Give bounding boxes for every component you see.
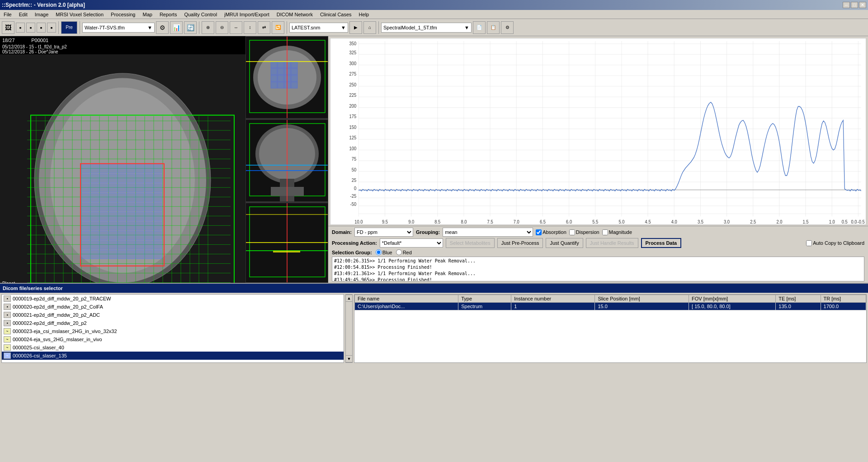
domain-label: Domain: [332,229,352,235]
toolbar-model-btn3[interactable]: ⚙ [501,21,514,34]
just-handle-results-button[interactable]: Just Handle Results [586,238,638,248]
list-item[interactable]: ▪ 0000020-ep2d_diff_mddw_20_p2_ColFA [2,303,344,311]
snm-dropdown[interactable]: LATEST.snm ▼ [289,23,348,33]
list-item[interactable]: ~ 0000023-eja_csi_mslaser_2HG_in_vivo_32… [2,327,344,335]
auto-copy-checkbox[interactable]: Auto Copy to Clipboard [806,240,864,246]
col-filename: File name [355,295,458,303]
toolbar-btn-5[interactable]: ▪ [47,23,56,33]
radio-blue-input[interactable] [376,249,382,255]
scroll-down-button[interactable]: ▼ [345,355,353,362]
auto-copy-check[interactable] [806,240,812,246]
menu-map[interactable]: Map [141,12,154,17]
svg-rect-115 [154,231,162,240]
list-item[interactable]: ▪ 0000019-ep2d_diff_mddw_20_p2_TRACEW [2,295,344,303]
axial-svg [246,37,328,119]
toolbar-btn-icon1[interactable]: ⚙ [156,21,169,34]
svg-rect-61 [154,174,162,183]
toolbar-sep-1 [58,21,59,34]
grouping-label: Grouping: [416,229,440,235]
file-icon-7: ~ [4,344,11,351]
absorption-check[interactable] [536,229,542,235]
sagittal-view[interactable] [245,119,328,202]
toolbar-btn-preproc[interactable]: Pre [61,21,77,34]
file-list[interactable]: ▪ 0000019-ep2d_diff_mddw_20_p2_TRACEW ▪ … [1,294,344,363]
minimize-button[interactable]: ─ [843,2,850,8]
absorption-checkbox[interactable]: Absorption [536,229,566,235]
filter-dropdown[interactable]: Water-7T-SVS.tfm ▼ [82,23,155,33]
menu-help[interactable]: Help [357,12,371,17]
toolbar-snm-btn1[interactable]: ▶ [349,21,362,34]
table-row[interactable]: C:\Users\johan\Doc... Spectrum 1 15.0 [ … [355,303,866,310]
toolbar-btn-1[interactable]: 🖼 [2,21,14,34]
toolbar-btn-icon8[interactable]: ⇄ [258,21,270,34]
scroll-up-button[interactable]: ▲ [345,295,353,302]
spectrum-chart[interactable]: 350 325 300 275 250 225 200 175 150 125 … [330,38,866,225]
menu-image[interactable]: Image [33,12,51,17]
log-line-1: #12:00:26.315>> 1/1 Performing Water Pea… [334,258,862,264]
toolbar-btn-icon5[interactable]: ⊖ [216,21,228,34]
menu-dicom[interactable]: DICOM Network [275,12,315,17]
list-item[interactable]: ~ 0000025-csi_slaser_40 [2,343,344,352]
toolbar-btn-4[interactable]: ▪ [37,23,46,33]
list-item-selected[interactable]: ~ 0000026-csi_slaser_135 [2,352,344,360]
toolbar-model-btn1[interactable]: 📄 [473,21,486,34]
toolbar-snm-btn2[interactable]: ⌂ [363,21,376,34]
svg-rect-58 [127,174,135,183]
toolbar-btn-icon7[interactable]: ↕ [244,21,256,34]
toolbar-btn-icon9[interactable]: 🔁 [272,21,284,34]
svg-rect-119 [108,241,117,249]
menu-quality[interactable]: Quality Control [182,12,219,17]
toolbar-model-btn2[interactable]: 📋 [487,21,500,34]
svg-rect-131 [136,250,144,259]
svg-text:250: 250 [349,82,357,87]
close-button[interactable]: ✕ [859,2,866,8]
svg-rect-62 [81,184,90,192]
file-name-7: 0000025-csi_slaser_40 [13,345,64,350]
toolbar: 🖼 ▪ ▪ ▪ ▪ Pre Water-7T-SVS.tfm ▼ ⚙ 📊 🔄 ⊕… [0,19,868,36]
list-item[interactable]: ~ 0000024-eja_svs_2HG_mslaser_in_vivo [2,335,344,343]
axial-view[interactable] [245,36,328,119]
menu-file[interactable]: File [2,12,14,17]
brain-main[interactable]: Planet [0,54,245,283]
menu-edit[interactable]: Edit [17,12,29,17]
select-metabolites-button[interactable]: Select Metabolites [446,238,495,248]
just-quantify-button[interactable]: Just Quantify [546,238,583,248]
list-item[interactable]: ▪ 0000021-ep2d_diff_mddw_20_p2_ADC [2,311,344,319]
process-data-button[interactable]: Process Data [641,238,682,248]
magnitude-checkbox[interactable]: Magnitude [602,229,632,235]
toolbar-btn-2[interactable]: ▪ [16,23,25,33]
just-preprocess-button[interactable]: Just Pre-Process [497,238,543,248]
list-scrollbar[interactable]: ▲ ▼ [345,294,353,363]
dispersion-checkbox[interactable]: Dispersion [569,229,599,235]
model-dropdown[interactable]: SpectralModel_1_5T.tfm ▼ [381,23,472,33]
domain-select[interactable]: FD - ppm [354,228,413,237]
dispersion-check[interactable] [569,229,575,235]
menu-processing[interactable]: Processing [109,12,137,17]
svg-rect-88 [154,203,162,211]
radio-blue[interactable]: Blue [376,249,392,255]
toolbar-btn-icon6[interactable]: ↔ [230,21,242,34]
toolbar-btn-icon2[interactable]: 📊 [170,21,183,34]
right-views [245,36,328,283]
magnitude-check[interactable] [602,229,608,235]
menu-clinical[interactable]: Clinical Cases [318,12,354,17]
menu-mrsi[interactable]: MRSI Voxel Selection [54,12,105,17]
toolbar-btn-icon4[interactable]: ⊕ [202,21,214,34]
radio-red[interactable]: Red [396,249,412,255]
processing-action-select[interactable]: *Default* [380,238,443,248]
toolbar-btn-3[interactable]: ▪ [26,23,35,33]
toolbar-btn-icon3[interactable]: 🔄 [184,21,197,34]
svg-text:0.0: 0.0 [851,219,857,224]
radio-red-input[interactable] [396,249,402,255]
svg-rect-78 [145,193,153,202]
svg-rect-127 [99,250,108,259]
coronal-view[interactable] [245,203,328,283]
scan1-info: 05/12/2018 - 15 - t1_fl2d_tra_p2 [2,44,243,49]
left-panel-header: 18/27 P00001 [0,36,245,44]
svg-rect-68 [136,184,144,192]
list-item[interactable]: ▪ 0000022-ep2d_diff_mddw_20_p2 [2,319,344,327]
maximize-button[interactable]: □ [851,2,858,8]
grouping-select[interactable]: mean [443,228,533,237]
menu-reports[interactable]: Reports [158,12,179,17]
menu-jmrui[interactable]: jMRUI Import/Export [222,12,271,17]
